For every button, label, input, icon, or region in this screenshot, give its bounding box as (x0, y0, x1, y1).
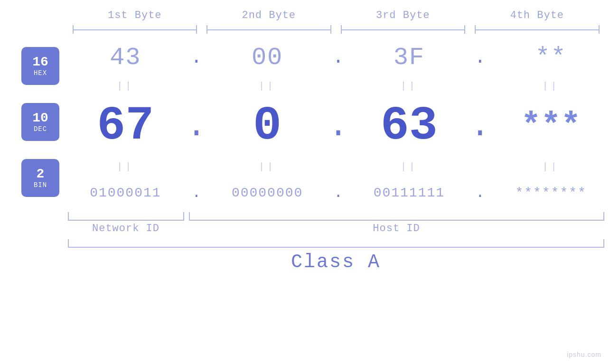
bin-row: 01000011 . 00000000 . 00111111 . (66, 176, 610, 209)
class-label: Class A (291, 252, 381, 273)
bin-byte1: 01000011 (90, 186, 161, 200)
byte-label-1: 1st Byte (68, 9, 202, 21)
hex-byte1-cell: 43 (66, 44, 185, 72)
sep1-b2: || (208, 81, 327, 92)
bin-byte3: 00111111 (374, 186, 445, 200)
class-bracket (68, 239, 604, 248)
bin-byte2-cell: 00000000 (208, 186, 327, 200)
dec-byte4-cell: *** (492, 110, 610, 143)
host-id-label: Host ID (189, 223, 604, 234)
bin-byte3-cell: 00111111 (350, 186, 469, 200)
network-id-label: Network ID (68, 223, 184, 234)
id-labels: Network ID Host ID (68, 223, 604, 234)
layout: 16 HEX 10 DEC 2 BIN 43 (0, 38, 610, 209)
dec-byte1: 67 (97, 103, 154, 150)
sep1-b4: || (492, 81, 610, 92)
hex-dot3: . (468, 47, 492, 68)
bin-badge-number: 2 (37, 167, 45, 182)
byte-label-4: 4th Byte (470, 9, 604, 21)
hex-byte4: ** (535, 44, 566, 72)
dec-badge-number: 10 (32, 111, 48, 126)
sep1-b3: || (350, 81, 469, 92)
bin-badge: 2 BIN (21, 159, 59, 197)
hex-badge: 16 HEX (21, 47, 59, 85)
badges-column: 16 HEX 10 DEC 2 BIN (0, 38, 66, 197)
bracket-top-4 (475, 25, 600, 34)
sep1-b1: || (66, 81, 185, 92)
hex-byte3-cell: 3F (350, 44, 469, 72)
hex-row: 43 . 00 . 3F . ** (66, 38, 610, 76)
bin-dot2: . (327, 184, 350, 202)
hex-byte4-cell: ** (492, 44, 610, 72)
byte-label-2: 2nd Byte (202, 9, 336, 21)
sep2-b1: || (66, 161, 185, 172)
sep-row-2: || || || || (66, 157, 610, 176)
dec-badge-label: DEC (34, 125, 47, 133)
hex-dot1: . (185, 47, 208, 68)
hex-byte2: 00 (252, 44, 283, 72)
hex-badge-number: 16 (32, 55, 48, 70)
hex-badge-label: HEX (34, 69, 47, 77)
bin-badge-label: BIN (34, 181, 47, 189)
dec-row: 67 . 0 . 63 . *** (66, 95, 610, 157)
id-label-gap (184, 223, 189, 234)
bracket-top-1 (73, 25, 197, 34)
bin-dot3: . (468, 184, 492, 202)
bin-byte4: ******** (515, 186, 586, 200)
bin-byte1-cell: 01000011 (66, 186, 185, 200)
top-brackets (68, 25, 604, 34)
dec-byte3-cell: 63 (350, 103, 469, 150)
dec-byte2-cell: 0 (208, 103, 327, 150)
dec-dot3: . (468, 108, 492, 145)
data-columns: 43 . 00 . 3F . ** (66, 38, 610, 209)
bottom-brackets (68, 212, 604, 221)
bracket-gap (184, 212, 189, 221)
main-container: 1st Byte 2nd Byte 3rd Byte 4th Byte 16 H… (0, 0, 610, 364)
sep2-b3: || (350, 161, 469, 172)
sep2-b2: || (208, 161, 327, 172)
hex-byte2-cell: 00 (208, 44, 327, 72)
bin-dot1: . (185, 184, 208, 202)
dec-byte2: 0 (253, 103, 282, 150)
dec-byte3: 63 (381, 103, 438, 150)
byte-headers: 1st Byte 2nd Byte 3rd Byte 4th Byte (68, 9, 604, 21)
hex-byte3: 3F (394, 44, 425, 72)
bracket-top-2 (206, 25, 331, 34)
dec-dot2: . (327, 108, 350, 145)
bin-byte2: 00000000 (232, 186, 303, 200)
class-label-row: Class A (68, 252, 604, 273)
sep2-b4: || (492, 161, 610, 172)
network-id-bracket (68, 212, 184, 221)
dec-dot1: . (185, 108, 208, 145)
watermark: ipshu.com (567, 351, 601, 358)
host-id-bracket (189, 212, 604, 221)
dec-byte1-cell: 67 (66, 103, 185, 150)
hex-byte1: 43 (110, 44, 141, 72)
dec-badge: 10 DEC (21, 103, 59, 141)
bracket-top-3 (341, 25, 466, 34)
hex-dot2: . (327, 47, 350, 68)
byte-label-3: 3rd Byte (336, 9, 470, 21)
bin-byte4-cell: ******** (492, 186, 610, 200)
sep-row-1: || || || || (66, 76, 610, 95)
dec-byte4: *** (521, 110, 581, 143)
